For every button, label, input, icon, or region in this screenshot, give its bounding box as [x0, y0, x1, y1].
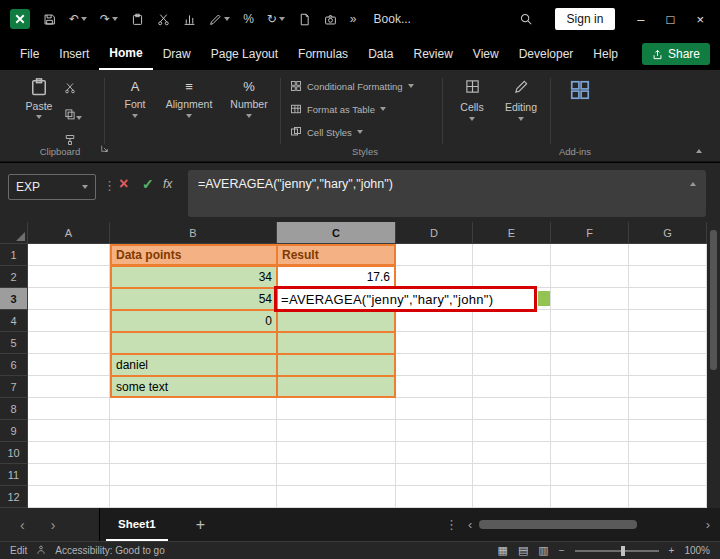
cell-e8[interactable] — [473, 398, 551, 420]
cell-b10[interactable] — [110, 442, 277, 464]
scroll-left-icon[interactable]: ‹ — [468, 517, 472, 532]
name-box[interactable]: EXP — [8, 174, 96, 200]
cell-f8[interactable] — [551, 398, 629, 420]
cell-d12[interactable] — [396, 486, 473, 508]
redo-icon[interactable]: ↷ — [100, 12, 118, 26]
sign-in-button[interactable]: Sign in — [555, 8, 616, 30]
cell-f10[interactable] — [551, 442, 629, 464]
cell-f1[interactable] — [551, 244, 629, 266]
cell-a5[interactable] — [28, 332, 110, 354]
column-header-d[interactable]: D — [396, 222, 473, 244]
document-icon[interactable] — [298, 13, 311, 26]
cell-g7[interactable] — [629, 376, 707, 398]
zoom-slider-thumb[interactable] — [621, 546, 625, 556]
cell-g12[interactable] — [629, 486, 707, 508]
cell-b7[interactable]: some text — [110, 376, 277, 398]
cell-d9[interactable] — [396, 420, 473, 442]
menu-item-page-layout[interactable]: Page Layout — [201, 38, 288, 70]
cell-a12[interactable] — [28, 486, 110, 508]
cell-g5[interactable] — [629, 332, 707, 354]
clipboard-dialog-launcher-icon[interactable] — [100, 139, 109, 157]
column-header-e[interactable]: E — [473, 222, 551, 244]
search-icon[interactable] — [519, 12, 533, 26]
menu-item-data[interactable]: Data — [358, 38, 403, 70]
share-button[interactable]: Share — [642, 43, 710, 65]
copy-button[interactable] — [64, 106, 82, 124]
cell-c11[interactable] — [277, 464, 396, 486]
number-button[interactable]: % Number — [224, 79, 274, 118]
normal-view-icon[interactable]: ▦ — [498, 544, 508, 557]
cell-a7[interactable] — [28, 376, 110, 398]
addins-button[interactable] — [556, 79, 604, 104]
column-header-c[interactable]: C — [277, 222, 396, 244]
next-sheet-icon[interactable]: › — [51, 517, 56, 533]
add-sheet-button[interactable]: + — [196, 516, 205, 534]
row-header-2[interactable]: 2 — [0, 266, 28, 288]
row-header-1[interactable]: 1 — [0, 244, 28, 266]
enter-icon[interactable]: ✓ — [142, 176, 154, 192]
cell-g9[interactable] — [629, 420, 707, 442]
cell-e1[interactable] — [473, 244, 551, 266]
cell-f12[interactable] — [551, 486, 629, 508]
column-header-f[interactable]: F — [551, 222, 629, 244]
cell-g8[interactable] — [629, 398, 707, 420]
cell-g6[interactable] — [629, 354, 707, 376]
paste-button[interactable]: Paste — [20, 77, 58, 119]
save-icon[interactable] — [43, 13, 56, 26]
cell-a8[interactable] — [28, 398, 110, 420]
cell-g1[interactable] — [629, 244, 707, 266]
cell-b3[interactable]: 54 — [110, 288, 277, 310]
cell-g2[interactable] — [629, 266, 707, 288]
cell-f4[interactable] — [551, 310, 629, 332]
minimize-button[interactable]: – — [637, 12, 644, 27]
clipboard-icon[interactable] — [131, 13, 144, 26]
accessibility-status[interactable]: Accessibility: Good to go — [55, 545, 165, 556]
horizontal-scrollbar-track[interactable] — [479, 520, 698, 529]
vertical-scrollbar[interactable] — [707, 222, 720, 508]
cell-c4[interactable] — [277, 310, 396, 332]
cell-b12[interactable] — [110, 486, 277, 508]
row-header-8[interactable]: 8 — [0, 398, 28, 420]
alignment-button[interactable]: ≡ Alignment — [162, 79, 216, 118]
menu-item-view[interactable]: View — [463, 38, 509, 70]
format-as-table-button[interactable]: Format as Table — [290, 103, 386, 115]
row-header-5[interactable]: 5 — [0, 332, 28, 354]
menu-item-help[interactable]: Help — [583, 38, 628, 70]
close-button[interactable]: × — [696, 12, 704, 27]
cell-e5[interactable] — [473, 332, 551, 354]
cell-c9[interactable] — [277, 420, 396, 442]
row-header-7[interactable]: 7 — [0, 376, 28, 398]
accessibility-icon[interactable] — [36, 545, 46, 557]
cell-f7[interactable] — [551, 376, 629, 398]
page-break-view-icon[interactable]: ▥ — [538, 544, 548, 557]
pen-icon[interactable] — [209, 13, 230, 26]
percent-style-icon[interactable]: % — [243, 12, 254, 26]
refresh-icon[interactable]: ↻ — [267, 12, 285, 26]
maximize-button[interactable]: □ — [667, 12, 675, 27]
cells-button[interactable]: Cells — [450, 79, 494, 121]
cancel-icon[interactable]: × — [119, 175, 128, 193]
menu-item-formulas[interactable]: Formulas — [288, 38, 358, 70]
cell-g4[interactable] — [629, 310, 707, 332]
excel-logo-icon[interactable] — [10, 9, 30, 29]
column-header-a[interactable]: A — [28, 222, 110, 244]
cell-d4[interactable] — [396, 310, 473, 332]
cell-d1[interactable] — [396, 244, 473, 266]
column-header-b[interactable]: B — [110, 222, 277, 244]
cell-c7[interactable] — [277, 376, 396, 398]
collapse-ribbon-icon[interactable] — [696, 149, 702, 153]
cell-c2[interactable]: 17.6 — [277, 266, 396, 288]
cell-e12[interactable] — [473, 486, 551, 508]
cell-f11[interactable] — [551, 464, 629, 486]
insert-function-icon[interactable]: fx — [163, 177, 172, 191]
row-header-6[interactable]: 6 — [0, 354, 28, 376]
cell-c8[interactable] — [277, 398, 396, 420]
zoom-level[interactable]: 100% — [684, 545, 710, 556]
cell-e9[interactable] — [473, 420, 551, 442]
cell-a4[interactable] — [28, 310, 110, 332]
horizontal-scrollbar[interactable]: ‹ › — [458, 517, 720, 532]
cell-d10[interactable] — [396, 442, 473, 464]
cell-e7[interactable] — [473, 376, 551, 398]
horizontal-scrollbar-thumb[interactable] — [479, 520, 637, 529]
collapse-formula-bar-icon[interactable] — [690, 182, 696, 186]
